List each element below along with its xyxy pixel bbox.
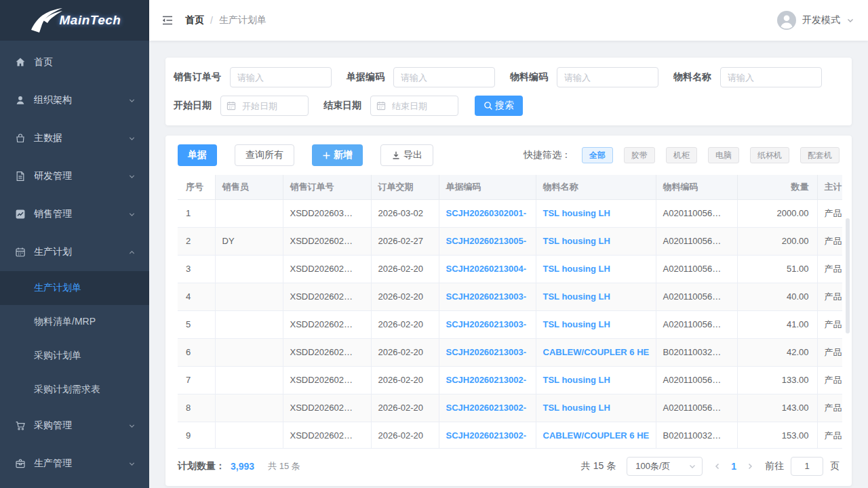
chevron-down-icon <box>846 16 854 24</box>
next-page-button[interactable] <box>746 462 754 470</box>
plan-qty-value: 3,993 <box>231 461 254 472</box>
table-row: 5XSDD202602…2026-02-20SCJH20260213003-TS… <box>178 310 842 338</box>
brand-logo[interactable]: MainTech <box>0 0 149 41</box>
doc_code-link[interactable]: SCJH20260302001- <box>446 208 527 218</box>
cell-seq: 6 <box>178 338 215 366</box>
material_name-link[interactable]: TSL housing LH <box>543 291 610 302</box>
column-header-8: 主计 <box>817 175 842 199</box>
sidebar-subitem-purchase-plan-demand[interactable]: 采购计划需求表 <box>0 373 149 407</box>
material_name-link[interactable]: TSL housing LH <box>543 208 610 218</box>
material_name-link[interactable]: TSL housing LH <box>543 264 610 274</box>
quick-filter-chip-3[interactable]: 电脑 <box>708 147 739 163</box>
sidebar-subitem-purchase-plan-order[interactable]: 采购计划单 <box>0 339 149 373</box>
sidebar-item-production-plan[interactable]: 生产计划 <box>0 233 149 271</box>
page-number[interactable]: 1 <box>731 461 736 472</box>
user-mode-label: 开发模式 <box>802 14 840 26</box>
sidebar-item-label: 首页 <box>34 56 136 68</box>
table-scroll-region[interactable]: 序号销售员销售订单号订单交期单据编码物料名称物料编码数量主计 1XSDD2026… <box>178 175 842 449</box>
sidebar-item-sales-management[interactable]: 销售管理 <box>0 195 149 233</box>
sidebar-item-org[interactable]: 组织架构 <box>0 81 149 119</box>
sidebar-item-production-management[interactable]: 生产管理 <box>0 445 149 483</box>
chevron-down-icon <box>128 422 136 430</box>
material_name-link[interactable]: TSL housing LH <box>543 403 610 413</box>
user-menu[interactable]: 开发模式 <box>777 11 854 30</box>
main-area: 首页 / 生产计划单 开发模式 销售订单号单据编码物料编码物料名称 <box>149 0 868 488</box>
table-header-row: 序号销售员销售订单号订单交期单据编码物料名称物料编码数量主计 <box>178 175 842 199</box>
chevron-down-icon <box>128 173 136 180</box>
cell-salesperson <box>215 338 283 366</box>
material_name-link[interactable]: CABLEW/COUPLER 6 HE <box>543 430 650 441</box>
cell-doc_code: SCJH20260213005- <box>439 227 536 255</box>
cell-unit: 产品 <box>817 199 842 227</box>
filter-input-3[interactable] <box>720 67 822 87</box>
brand-name: MainTech <box>60 13 121 28</box>
material_name-link[interactable]: TSL housing LH <box>543 319 610 329</box>
cell-material_name: TSL housing LH <box>536 283 656 310</box>
vertical-scrollbar-thumb[interactable] <box>846 218 850 333</box>
column-header-1: 销售员 <box>215 175 283 199</box>
filter-group-1: 单据编码 <box>347 67 495 87</box>
prev-page-button[interactable] <box>713 462 722 470</box>
page-unit-label: 页 <box>830 460 840 472</box>
add-button[interactable]: 新增 <box>312 144 363 166</box>
column-header-6: 物料编码 <box>656 175 737 199</box>
breadcrumb-home[interactable]: 首页 <box>185 14 204 26</box>
collapse-sidebar-icon[interactable] <box>160 13 175 28</box>
quick-filter-chip-5[interactable]: 配套机 <box>800 147 840 163</box>
breadcrumb-separator: / <box>210 15 213 26</box>
table-area: 序号销售员销售订单号订单交期单据编码物料名称物料编码数量主计 1XSDD2026… <box>178 175 852 449</box>
filter-input-0[interactable] <box>230 67 332 87</box>
doc_code-link[interactable]: SCJH20260213004- <box>446 264 527 274</box>
cell-doc_code: SCJH20260213002- <box>439 422 536 449</box>
filter-row-text: 销售订单号单据编码物料编码物料名称 <box>174 67 844 87</box>
date-input-1[interactable] <box>370 96 458 116</box>
material_name-link[interactable]: TSL housing LH <box>543 236 610 246</box>
cell-unit: 产品 <box>817 422 842 449</box>
material_name-link[interactable]: CABLEW/COUPLER 6 HE <box>543 347 650 357</box>
table-row: 9XSDD202602…2026-02-20SCJH20260213002-CA… <box>178 422 842 449</box>
date-filter-slot: 开始日期结束日期 <box>174 96 473 116</box>
breadcrumb-current: 生产计划单 <box>219 14 267 26</box>
doc_code-link[interactable]: SCJH20260213002- <box>446 403 527 413</box>
cell-qty: 143.00 <box>737 394 817 422</box>
filter-label: 销售订单号 <box>174 71 221 83</box>
date-picker-0 <box>220 96 309 116</box>
cell-unit: 产品 <box>817 338 842 366</box>
filter-input-1[interactable] <box>393 67 495 87</box>
cell-doc_code: SCJH20260213002- <box>439 394 536 422</box>
query-all-button[interactable]: 查询所有 <box>235 144 294 166</box>
material_name-link[interactable]: TSL housing LH <box>543 375 610 385</box>
table-row: 2DYXSDD202602…2026-02-27SCJH20260213005-… <box>178 227 842 255</box>
search-button[interactable]: 搜索 <box>475 96 523 116</box>
goto-page-input[interactable] <box>791 457 823 476</box>
document-icon <box>15 171 26 182</box>
doc_code-link[interactable]: SCJH20260213003- <box>446 347 527 357</box>
cell-material_code: A020110056… <box>656 255 737 283</box>
plus-icon <box>322 151 331 160</box>
export-button-label: 导出 <box>403 149 422 161</box>
quick-filter-chip-4[interactable]: 纸杯机 <box>750 147 789 163</box>
doc_code-link[interactable]: SCJH20260213002- <box>446 430 527 441</box>
quick-filter-chip-1[interactable]: 胶带 <box>624 147 655 163</box>
page-size-select[interactable]: 100条/页 <box>627 457 703 476</box>
export-button[interactable]: 导出 <box>380 144 433 166</box>
sidebar-subitem-production-plan-order[interactable]: 生产计划单 <box>0 271 149 305</box>
sidebar-item-home[interactable]: 首页 <box>0 43 149 81</box>
docs-button[interactable]: 单据 <box>178 144 217 166</box>
quick-filter-bar: 快捷筛选： 全部胶带机柜电脑纸杯机配套机 <box>524 147 840 163</box>
date-input-0[interactable] <box>220 96 309 116</box>
sidebar-item-rd-management[interactable]: 研发管理 <box>0 157 149 195</box>
user-icon <box>15 95 26 106</box>
cell-qty: 133.00 <box>737 366 817 394</box>
quick-filter-chip-0[interactable]: 全部 <box>582 147 613 163</box>
filter-input-2[interactable] <box>557 67 658 87</box>
sidebar-subitem-bom-mrp[interactable]: 物料清单/MRP <box>0 305 149 339</box>
doc_code-link[interactable]: SCJH20260213003- <box>446 291 527 302</box>
sidebar-item-purchase-management[interactable]: 采购管理 <box>0 407 149 445</box>
doc_code-link[interactable]: SCJH20260213002- <box>446 375 527 385</box>
doc_code-link[interactable]: SCJH20260213005- <box>446 236 527 246</box>
sidebar-item-master-data[interactable]: 主数据 <box>0 119 149 157</box>
cell-sales_order: XSDD202602… <box>283 338 371 366</box>
doc_code-link[interactable]: SCJH20260213003- <box>446 319 527 329</box>
quick-filter-chip-2[interactable]: 机柜 <box>666 147 697 163</box>
